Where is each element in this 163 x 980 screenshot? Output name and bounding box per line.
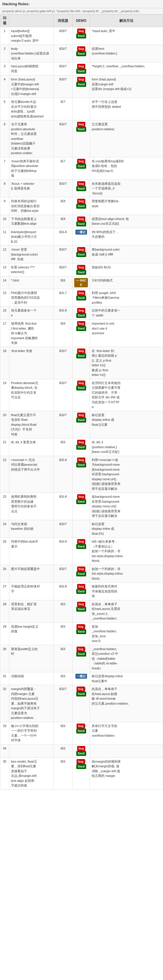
cell-demo: bug fixed <box>73 62 90 75</box>
cell-browser: IE6 <box>54 672 73 685</box>
table-row: 15PNG图片中的透明 背景颜色的CSS渲染 ，是否不列IE6-7bug fix… <box>0 289 163 307</box>
badge-fixed: fixed <box>76 296 86 301</box>
col-header-browser: 浏览器 <box>54 14 73 27</box>
cell-browser: IE6-7 <box>54 289 73 307</box>
cell-fix: 标记设置 display:inline 成 float:{%} <box>90 520 163 538</box>
cell-fix: 在浮到行文本有效的 父级视窗中元素可将 它的值拼并。不管 实际文件 div 内4… <box>90 379 163 411</box>
cell-issue: 功能动画 <box>9 672 54 685</box>
cell-demo: bug fixed <box>73 438 90 456</box>
cell-fix: left:+超出来参考： （不要加以止） 如加一个列表的：非 list-styl… <box>90 538 163 565</box>
cell-demo: bug fixed <box>73 197 90 215</box>
badge-fixed: fixed <box>76 652 86 657</box>
table-row: 25列表中的list-style不 显示IE6-8bug fixedleft:+… <box>0 538 163 565</box>
cell-browser: IE8 <box>54 215 73 228</box>
cell-num: 4 <box>0 75 9 98</box>
cell-demo: — HACK <box>73 276 90 289</box>
cell-demo: 一重记 <box>73 228 90 246</box>
cell-issue: IE需 selector /**/ selector{} <box>9 263 54 276</box>
cell-num: 32 <box>0 685 9 722</box>
table-row: 34IE6bug fixed <box>0 744 163 757</box>
cell-issue: 高度line-height定义 的值 <box>9 622 54 645</box>
badge-fixed: fixed <box>76 353 86 358</box>
cell-issue: 输小<小字母出到的 一一的行字字所到 元素，一个一行中 对字体 <box>9 722 54 744</box>
cell-fix: 设置html {overflow:hidden;} <box>90 45 163 62</box>
cell-num: 25 <box>0 538 9 565</box>
cell-demo: bug/fixed <box>73 685 90 722</box>
cell-fix <box>90 744 163 757</box>
col-header-issue <box>9 14 54 27</box>
cell-issue: 与内文来搞 baseline 的比较 <box>9 520 54 538</box>
table-row: 1input[button]] submit[]不能用 margin:0 aut… <box>0 27 163 45</box>
badge-fixed: fixed <box>76 252 86 257</box>
cell-browser: IE6 <box>54 744 73 757</box>
cell-issue: input[button]] submit[]不能用 margin:0 auto… <box>9 27 54 45</box>
cell-num: 19 <box>0 379 9 411</box>
badge-bug: bug <box>77 77 85 82</box>
cell-browser: IE8/7 <box>54 27 73 45</box>
badge-fixed: fixed <box>76 445 86 450</box>
cell-browser: IE6/7 <box>54 565 73 582</box>
badge-fixed: fixed <box>76 589 86 594</box>
cell-issue: *.html <box>9 276 54 289</box>
cell-fix: form {hasLayout} 设置margin-left 设置div {ma… <box>90 75 163 98</box>
cell-browser: IE6/7 <box>54 347 73 379</box>
cell-fix: *height:1; overflow: _overflow:hidden; <box>90 62 163 75</box>
cell-demo: bug fixed <box>73 215 90 228</box>
cell-browser: IE8 <box>54 320 73 347</box>
badge-bug: bug <box>77 199 85 204</box>
cell-demo: bug/fixed <box>73 757 90 789</box>
badge-fixed: fixed <box>76 629 86 634</box>
cell-demo: bug fixed <box>73 565 90 582</box>
badge-bug: bug <box>77 584 85 589</box>
cell-fix: 设置设text-align:inherit; 给 [base.css非正式处] <box>90 215 163 228</box>
table-row: 27不能处理正斜科体对 字IE6-8bug fixed链接到外形式将对 字体最近… <box>0 582 163 600</box>
cell-fix: 在失效选择器后追加 一个空选择器_# :focus{} <box>90 180 163 197</box>
cell-browser: IE6 <box>54 622 73 645</box>
badge-bug: bug <box>76 759 85 764</box>
badge-once: 一重记 <box>75 674 87 679</box>
badge-bug: bug <box>77 122 85 127</box>
cell-demo: bug fixed <box>73 538 90 565</box>
header-title: Hacking Rules: <box>2 2 30 6</box>
table-row: 3hasLayout的精密组 同意IE6/7bug fixed*height:1… <box>0 62 163 75</box>
cell-issue: hasLayout的精密组 同意 <box>9 62 54 75</box>
cell-num: 6 <box>0 120 9 158</box>
badge-fixed: fixed <box>76 82 86 87</box>
cell-num: 8 <box>0 180 9 197</box>
cell-browser: IE7 <box>54 98 73 120</box>
cell-browser: IE6-8 <box>54 538 73 565</box>
table-row: 30那类是width定义的 时IE6bug/fixed_overflow:hid… <box>0 645 163 672</box>
cell-demo: bug fixed <box>73 263 90 276</box>
cell-issue: 列表中的list-style不 显示 <box>9 538 54 565</box>
cell-browser: IE6-8 <box>54 456 73 493</box>
cell-issue: 使用伪类 :first-line |:first-letter, 属性 的 is… <box>9 320 54 347</box>
col-header-fix: 解决方法 <box>90 14 163 27</box>
cell-fix: 标记设置 display:inline 成 float:{}元素 <box>90 411 163 438</box>
badge-bug: bug <box>77 265 85 270</box>
cell-num: 20 <box>0 411 9 438</box>
cell-demo: bug fixed <box>73 744 90 757</box>
badge-fixed: fixed <box>76 270 86 275</box>
badge-fixed: fixed <box>76 418 86 423</box>
cell-num: 7 <box>0 157 9 180</box>
cell-demo: bug fixed <box>73 180 90 197</box>
cell-issue: 图片不能设置覆盖中 <box>9 565 54 582</box>
cell-demo: bug fixed <box>73 600 90 622</box>
table-row: 9列表布局的边框行 在IE浏览器输出某些 列时，切换list-styleIE8b… <box>0 197 163 215</box>
cell-fix: 水平一行在上边使 用不同类型的 dotted <box>90 98 163 120</box>
cell-issue: :hover伪类不能补充 到position:absolute 的子元素的lef… <box>9 157 54 180</box>
cell-num: 16 <box>0 307 9 320</box>
cell-num: 23 <box>0 493 9 520</box>
cell-issue: 块元素border大边 在水平方向时显示 dots虚线，1px的 dots虚线将… <box>9 98 54 120</box>
badge-fixed: fixed <box>76 729 86 733</box>
cell-num: 10 <box>0 215 9 228</box>
cell-issue: 列表布局的边框行 在IE浏览器输出某些 列时，切换list-style <box>9 197 54 215</box>
cell-browser: IE6 <box>54 600 73 622</box>
cell-num: 13 <box>0 263 9 276</box>
cell-browser: IE7 <box>54 157 73 180</box>
cell-num: 11 <box>0 228 9 246</box>
badge-bug: bug <box>77 380 85 385</box>
cell-num: 3 <box>0 62 9 75</box>
table-row: 31功能动画IE6一重记标记设置display:inline float元素中 <box>0 672 163 685</box>
cell-issue: :first-letter 失效 <box>9 347 54 379</box>
